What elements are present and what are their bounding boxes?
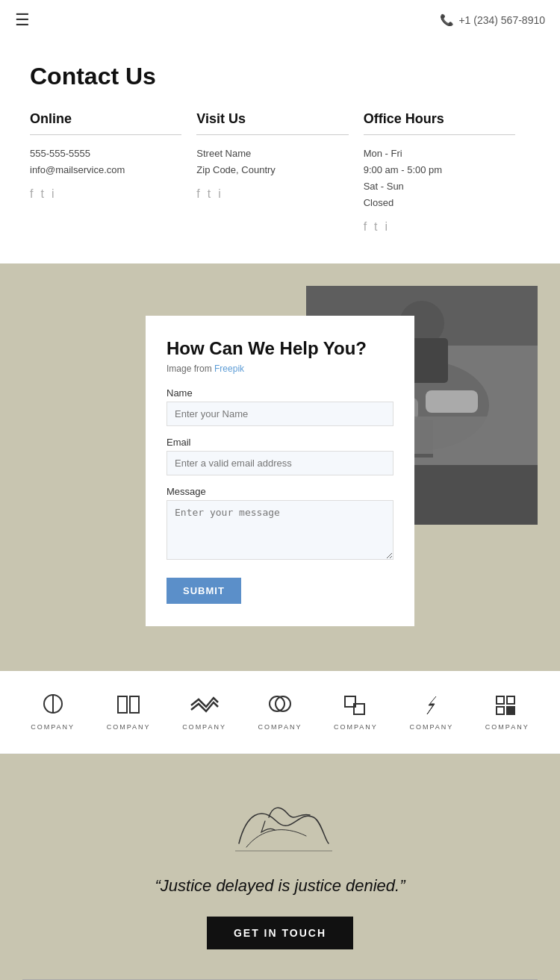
help-form-card: How Can We Help You? Image from Freepik … [146, 316, 414, 626]
visit-social: f t i [196, 187, 348, 201]
quote-section: “Justice delayed is justice denied.” GET… [0, 754, 560, 980]
logo-item-2: COMPANY [107, 693, 151, 731]
logo-text-3: COMPANY [182, 723, 226, 731]
svg-rect-18 [497, 696, 504, 704]
logo-svg-6 [415, 693, 448, 717]
twitter-icon[interactable]: t [40, 187, 43, 201]
facebook-icon-visit[interactable]: f [196, 187, 199, 201]
logo-text-5: COMPANY [334, 723, 378, 731]
twitter-icon-hours[interactable]: t [374, 220, 377, 234]
street-info: Street Name [196, 146, 348, 162]
weekend-label: Sat - Sun [364, 178, 515, 195]
logo-item-6: COMPANY [409, 693, 453, 731]
hours-divider [364, 134, 515, 135]
hamburger-menu[interactable]: ☰ [15, 10, 30, 30]
svg-rect-20 [497, 707, 504, 714]
svg-rect-6 [411, 416, 493, 454]
logo-text-2: COMPANY [107, 723, 151, 731]
signature-area [224, 799, 336, 861]
image-from-text: Image from Freepik [167, 363, 393, 374]
help-form-title: How Can We Help You? [167, 338, 393, 359]
hours-social: f t i [364, 220, 515, 234]
quote-text: “Justice delayed is justice denied.” [155, 876, 405, 896]
weekend-status: Closed [364, 195, 515, 211]
contact-title: Contact Us [30, 63, 530, 90]
hours-info: Mon - Fri 9:00 am - 5:00 pm Sat - Sun Cl… [364, 146, 515, 211]
facebook-icon[interactable]: f [30, 187, 33, 201]
contact-col-hours: Office Hours Mon - Fri 9:00 am - 5:00 pm… [364, 111, 530, 234]
name-input[interactable] [167, 402, 393, 426]
message-group: Message [167, 486, 393, 563]
instagram-icon[interactable]: i [52, 187, 55, 201]
weekdays-label: Mon - Fri [364, 146, 515, 162]
message-textarea[interactable] [167, 500, 393, 560]
logo-item-1: COMPANY [31, 693, 75, 731]
online-info: 555-555-5555 info@mailservice.com [30, 146, 181, 178]
logo-text-4: COMPANY [258, 723, 302, 731]
logo-item-3: COMPANY [182, 693, 226, 731]
instagram-icon-visit[interactable]: i [218, 187, 221, 201]
logo-text-7: COMPANY [485, 723, 529, 731]
help-section: How Can We Help You? Image from Freepik … [0, 263, 560, 671]
svg-rect-19 [507, 696, 514, 704]
logo-item-7: COMPANY [485, 693, 529, 731]
visit-title: Visit Us [196, 111, 348, 127]
contact-col-online: Online 555-555-5555 info@mailservice.com… [30, 111, 196, 234]
visit-divider [196, 134, 348, 135]
logo-svg-7 [491, 693, 523, 717]
logos-section: COMPANY COMPANY COMPANY COMPANY COMPANY [0, 671, 560, 754]
logo-text-1: COMPANY [31, 723, 75, 731]
logo-text-6: COMPANY [409, 723, 453, 731]
logo-svg-3 [188, 693, 221, 717]
phone-number: +1 (234) 567-8910 [458, 14, 545, 26]
logo-item-4: COMPANY [258, 693, 302, 731]
visit-info: Street Name Zip Code, Country [196, 146, 348, 178]
contact-col-visit: Visit Us Street Name Zip Code, Country f… [196, 111, 363, 234]
contact-columns: Online 555-555-5555 info@mailservice.com… [30, 111, 530, 234]
header: ☰ 📞 +1 (234) 567-8910 [0, 0, 560, 40]
svg-rect-12 [118, 696, 127, 713]
freepik-link[interactable]: Freepik [214, 363, 244, 374]
svg-rect-21 [507, 707, 514, 714]
name-label: Name [167, 387, 393, 399]
facebook-icon-hours[interactable]: f [364, 220, 367, 234]
online-title: Online [30, 111, 181, 127]
twitter-icon-visit[interactable]: t [208, 187, 211, 201]
location-info: Zip Code, Country [196, 162, 348, 178]
phone-area: 📞 +1 (234) 567-8910 [440, 13, 545, 27]
message-label: Message [167, 486, 393, 497]
contact-section: Contact Us Online 555-555-5555 info@mail… [0, 40, 560, 263]
signature-svg [224, 799, 336, 858]
email-label: Email [167, 437, 393, 448]
logo-svg-5 [339, 693, 372, 717]
svg-rect-13 [130, 696, 139, 713]
email-input[interactable] [167, 451, 393, 475]
phone-info: 555-555-5555 [30, 146, 181, 162]
logo-svg-1 [37, 693, 69, 717]
name-group: Name [167, 387, 393, 426]
phone-icon: 📞 [440, 13, 454, 27]
online-divider [30, 134, 181, 135]
logo-svg-2 [112, 693, 145, 717]
svg-rect-4 [426, 390, 478, 413]
email-group: Email [167, 437, 393, 475]
instagram-icon-hours[interactable]: i [385, 220, 388, 234]
weekday-hours: 9:00 am - 5:00 pm [364, 162, 515, 178]
logo-svg-4 [264, 693, 296, 717]
email-info: info@mailservice.com [30, 162, 181, 178]
get-in-touch-button[interactable]: GET IN TOUCH [207, 917, 353, 949]
submit-button[interactable]: SUBMIT [167, 578, 241, 604]
online-social: f t i [30, 187, 181, 201]
hours-title: Office Hours [364, 111, 515, 127]
logo-item-5: COMPANY [334, 693, 378, 731]
